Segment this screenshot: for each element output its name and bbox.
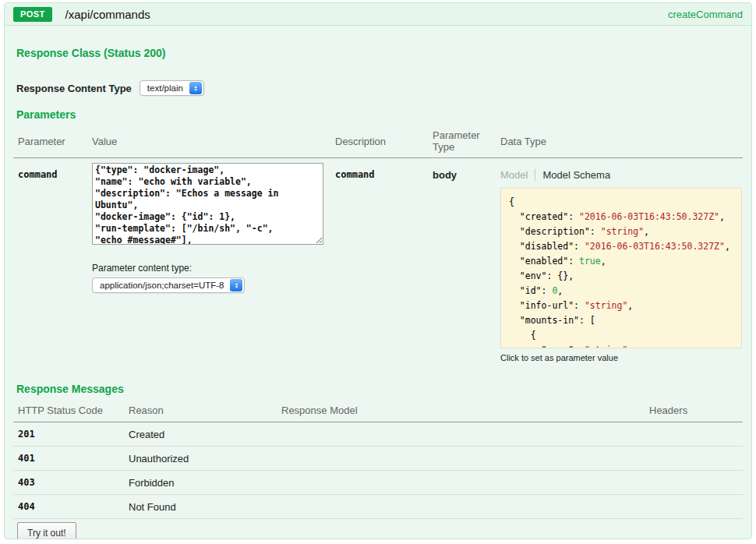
status-reason: Not Found bbox=[124, 501, 277, 513]
tab-divider bbox=[535, 169, 535, 181]
operation-heading-bar: POST /xapi/commands createCommand bbox=[5, 3, 751, 26]
tab-model-schema[interactable]: Model Schema bbox=[542, 169, 610, 181]
schema-click-hint: Click to set as parameter value bbox=[500, 353, 743, 362]
tab-model[interactable]: Model bbox=[500, 169, 528, 181]
parameter-description: command bbox=[330, 163, 428, 362]
parameter-type-value: body bbox=[428, 163, 496, 362]
parameter-value-cell: {"type": "docker-image", "name": "echo w… bbox=[87, 163, 330, 362]
response-messages-table: HTTP Status Code Reason Response Model H… bbox=[13, 402, 743, 519]
model-tabs: Model Model Schema bbox=[500, 163, 743, 181]
operation-content: Response Class (Status 200) Response Con… bbox=[5, 26, 751, 539]
parameter-value-textarea[interactable]: {"type": "docker-image", "name": "echo w… bbox=[92, 163, 323, 245]
model-schema-code: { "created": "2016-06-03T16:43:50.327Z",… bbox=[509, 195, 733, 348]
response-message-row: 401 Unauthorized bbox=[13, 447, 743, 471]
response-message-row: 403 Forbidden bbox=[13, 471, 743, 495]
status-reason: Forbidden bbox=[124, 477, 277, 489]
col-header-parameter-type: Parameter Type bbox=[428, 129, 496, 153]
model-schema-box[interactable]: { "created": "2016-06-03T16:43:50.327Z",… bbox=[500, 188, 742, 348]
response-content-type-select[interactable]: text/plain ▲▼ bbox=[140, 80, 204, 96]
response-content-type-value: text/plain bbox=[147, 83, 183, 93]
parameter-name: command bbox=[13, 163, 87, 362]
response-messages-header: HTTP Status Code Reason Response Model H… bbox=[13, 402, 743, 422]
parameter-row: command {"type": "docker-image", "name":… bbox=[13, 158, 743, 362]
parameter-content-type-select[interactable]: application/json;charset=UTF-8 ▲▼ bbox=[92, 277, 245, 293]
operation-name-link[interactable]: createCommand bbox=[668, 9, 743, 20]
status-code: 201 bbox=[13, 429, 124, 440]
status-reason: Created bbox=[124, 429, 277, 440]
col-header-parameter: Parameter bbox=[13, 136, 87, 147]
parameter-content-type-value: application/json;charset=UTF-8 bbox=[100, 281, 224, 290]
col-header-data-type: Data Type bbox=[496, 136, 743, 147]
parameters-table: Parameter Value Description Parameter Ty… bbox=[13, 126, 743, 362]
response-messages-heading: Response Messages bbox=[16, 383, 743, 395]
status-reason: Unauthorized bbox=[124, 453, 277, 465]
col-header-value: Value bbox=[87, 136, 330, 147]
response-message-row: 404 Not Found bbox=[13, 495, 743, 519]
parameter-content-type-label: Parameter content type: bbox=[92, 263, 330, 274]
col-header-http-status-code: HTTP Status Code bbox=[13, 404, 124, 416]
status-code: 403 bbox=[13, 477, 124, 488]
response-content-type-label: Response Content Type bbox=[16, 83, 132, 94]
status-code: 404 bbox=[13, 501, 124, 512]
col-header-response-model: Response Model bbox=[277, 404, 645, 416]
try-it-out-button[interactable]: Try it out! bbox=[17, 522, 76, 539]
response-content-type-row: Response Content Type text/plain ▲▼ bbox=[16, 79, 743, 97]
http-method-badge: POST bbox=[13, 7, 52, 22]
endpoint-path-link[interactable]: /xapi/commands bbox=[65, 8, 150, 21]
select-stepper-icon: ▲▼ bbox=[189, 82, 202, 94]
col-header-headers: Headers bbox=[645, 404, 743, 416]
status-code: 401 bbox=[13, 453, 124, 464]
response-message-row: 201 Created bbox=[13, 422, 743, 447]
response-class-heading: Response Class (Status 200) bbox=[16, 26, 743, 59]
col-header-description: Description bbox=[330, 136, 428, 147]
select-stepper-icon: ▲▼ bbox=[230, 279, 242, 291]
parameters-table-header: Parameter Value Description Parameter Ty… bbox=[13, 126, 743, 158]
operation-panel: POST /xapi/commands createCommand Respon… bbox=[4, 2, 752, 539]
data-type-cell: Model Model Schema { "created": "2016-06… bbox=[496, 163, 743, 362]
col-header-reason: Reason bbox=[124, 404, 277, 416]
parameters-heading: Parameters bbox=[16, 108, 743, 121]
